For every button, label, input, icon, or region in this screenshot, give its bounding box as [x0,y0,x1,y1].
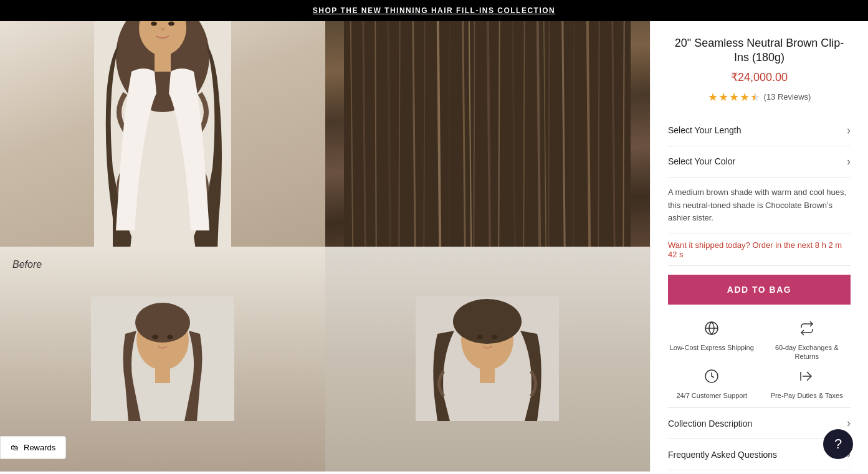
duties-label: Pre-Pay Duties & Taxes [771,391,843,400]
product-image-after [325,247,651,472]
product-price: ₹24,000.00 [668,70,851,84]
svg-rect-5 [155,53,171,72]
svg-point-41 [477,335,483,339]
chevron-color-icon: › [847,155,851,168]
feature-shipping: Low-Cost Express Shipping [668,321,756,361]
shipping-notice: Want it shipped today? Order in the next… [668,234,851,266]
collection-desc-label: Collection Description [668,419,752,429]
svg-point-3 [151,21,157,26]
review-count[interactable]: (13 Reviews) [764,92,811,102]
bag-icon: 🛍 [11,443,19,452]
promo-banner[interactable]: SHOP THE NEW THINNING HAIR FILL-INS COLL… [0,0,868,21]
feature-support: 24/7 Customer Support [668,369,756,400]
svg-point-35 [152,335,158,339]
star-3: ★ [729,90,739,104]
svg-rect-37 [155,367,170,383]
faq-label: Frequently Asked Questions [668,450,777,460]
svg-point-4 [168,21,174,26]
product-title: 20" Seamless Neutral Brown Clip-Ins (180… [668,36,851,65]
star-1: ★ [708,90,718,104]
rewards-button[interactable]: 🛍 Rewards [0,436,66,459]
main-layout: Before [0,21,868,472]
shipping-label: Low-Cost Express Shipping [670,343,754,352]
feature-exchanges: 60-day Exchanges & Returns [763,321,851,361]
product-panel: 20" Seamless Neutral Brown Clip-Ins (180… [650,21,868,472]
svg-point-34 [135,303,190,343]
svg-point-40 [453,299,522,344]
select-length-row[interactable]: Select Your Length › [668,115,851,146]
chevron-collection-icon: › [847,417,851,430]
add-to-bag-button[interactable]: ADD TO BAG [668,275,851,305]
star-4: ★ [740,90,750,104]
support-icon [704,369,719,387]
chevron-length-icon: › [847,124,851,137]
before-label: Before [12,259,42,270]
exchange-icon [799,321,814,339]
feature-duties: Pre-Pay Duties & Taxes [763,369,851,400]
shipping-icon [704,321,719,339]
star-2: ★ [718,90,728,104]
support-label: 24/7 Customer Support [676,391,747,400]
star-5-half: ★★ [750,90,760,104]
svg-rect-43 [480,367,495,383]
svg-point-36 [167,335,173,339]
exchanges-label: 60-day Exchanges & Returns [763,343,851,361]
rating-row: ★ ★ ★ ★ ★★ (13 Reviews) [668,90,851,104]
star-rating: ★ ★ ★ ★ ★★ [708,90,760,104]
help-button[interactable]: ? [823,429,853,459]
accordion-collection[interactable]: Collection Description › [668,408,851,439]
product-image-model [0,21,325,247]
select-length-label: Select Your Length [668,125,742,135]
product-image-texture [325,21,651,247]
image-grid: Before [0,21,650,472]
banner-link[interactable]: SHOP THE NEW THINNING HAIR FILL-INS COLL… [313,6,555,15]
accordion-shipping[interactable]: Shipping & Returns › [668,470,851,472]
svg-point-42 [492,335,498,339]
features-grid: Low-Cost Express Shipping 60-day Exchang… [668,313,851,408]
select-color-label: Select Your Color [668,156,735,166]
select-color-row[interactable]: Select Your Color › [668,146,851,178]
rewards-label: Rewards [24,443,55,452]
product-description: A medium brown shade with warm and cool … [668,178,851,234]
duties-icon [799,369,814,387]
help-icon: ? [834,436,842,452]
